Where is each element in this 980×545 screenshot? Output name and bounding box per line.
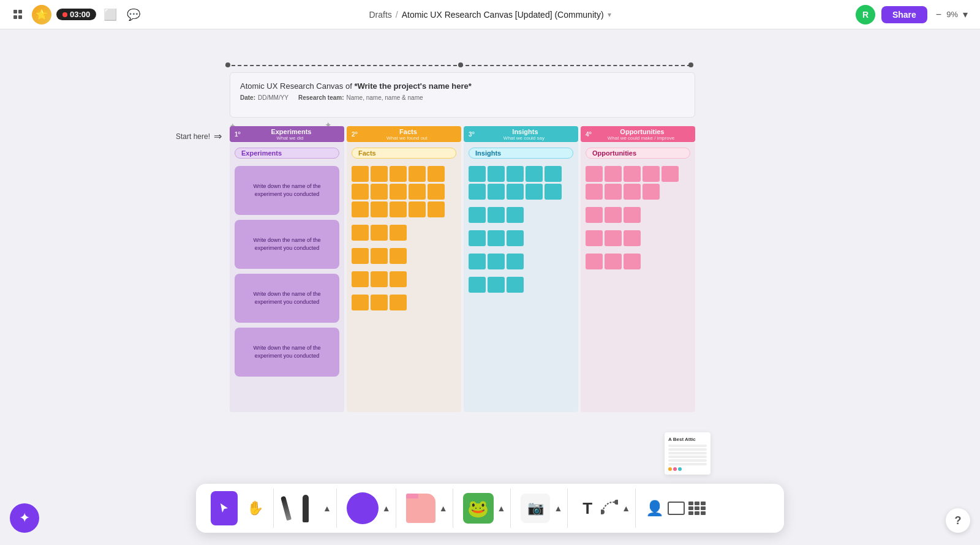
sticky-note[interactable] [624, 166, 641, 182]
sticky-note[interactable] [605, 184, 622, 200]
fab-button[interactable]: ✦ [10, 503, 39, 533]
sticky-note[interactable] [643, 166, 660, 182]
frog-sticker-tool[interactable]: 🐸 [463, 493, 494, 524]
sticky-note[interactable] [545, 166, 562, 182]
sticky-note[interactable] [371, 201, 388, 217]
sticky-note[interactable] [390, 201, 407, 217]
circle-expand[interactable]: ▲ [382, 503, 391, 513]
sticky-note[interactable] [507, 184, 524, 200]
sticky-note[interactable] [352, 248, 369, 264]
sticky-note[interactable] [352, 225, 369, 241]
purple-circle-tool[interactable] [347, 492, 379, 524]
sticky-note[interactable] [624, 254, 641, 269]
sticky-note[interactable] [352, 184, 369, 200]
sticky-note[interactable] [352, 271, 369, 287]
sticky-note[interactable] [488, 230, 505, 246]
frame-toggle-button[interactable]: ⬜ [101, 6, 119, 24]
sticky-note[interactable] [526, 166, 543, 182]
pen-tools-expand[interactable]: ▲ [323, 503, 331, 513]
text-tool-button[interactable]: T [578, 497, 597, 521]
sticky-note[interactable] [469, 254, 486, 269]
breadcrumb-drafts[interactable]: Drafts [369, 10, 391, 20]
sticky-note[interactable] [469, 277, 486, 293]
sticker-expand[interactable]: ▲ [497, 503, 506, 513]
help-button[interactable]: ? [946, 508, 970, 533]
marker-tool[interactable] [292, 491, 319, 525]
hand-tool-button[interactable]: ✋ [241, 491, 268, 525]
sticky-note[interactable] [428, 184, 445, 200]
sticky-note[interactable] [605, 207, 622, 223]
sticky-note[interactable] [586, 184, 603, 200]
sticky-note[interactable] [624, 207, 641, 223]
sticky-note[interactable] [469, 230, 486, 246]
sticky-note[interactable] [526, 184, 543, 200]
pen-icon[interactable] [281, 496, 292, 521]
sticky-note[interactable] [624, 184, 641, 200]
pink-folder-tool[interactable] [406, 494, 435, 523]
sticky-note[interactable] [507, 166, 524, 182]
rectangle-shape-button[interactable] [668, 502, 685, 515]
sticky-note[interactable] [507, 207, 524, 223]
experiment-card-4[interactable]: Write down the name of the experiment yo… [235, 328, 339, 377]
sticky-note[interactable] [371, 271, 388, 287]
select-tool-button[interactable] [211, 491, 238, 525]
sticky-note[interactable] [488, 277, 505, 293]
sticky-note[interactable] [409, 184, 426, 200]
sticky-note[interactable] [507, 277, 524, 293]
connector-expand[interactable]: ▲ [622, 503, 630, 513]
grid-menu-button[interactable] [10, 6, 27, 23]
sticky-note[interactable] [390, 184, 407, 200]
sticky-note[interactable] [390, 271, 407, 287]
table-shape-button[interactable] [688, 502, 706, 515]
sticky-note[interactable] [605, 166, 622, 182]
sticky-note[interactable] [371, 225, 388, 241]
sticky-note[interactable] [643, 184, 660, 200]
connector-tool-button[interactable] [601, 500, 618, 517]
share-button[interactable]: Share [881, 6, 927, 23]
sticky-note[interactable] [507, 254, 524, 269]
sticky-note[interactable] [390, 295, 407, 310]
sticky-note[interactable] [371, 295, 388, 310]
folder-expand[interactable]: ▲ [439, 503, 448, 513]
sticky-note[interactable] [390, 248, 407, 264]
sticky-note[interactable] [409, 166, 426, 182]
sticky-note[interactable] [488, 166, 505, 182]
camera-tool[interactable]: 📷 [521, 494, 550, 523]
sticky-note[interactable] [586, 207, 603, 223]
zoom-out-button[interactable]: − [933, 9, 944, 20]
sticky-note[interactable] [428, 201, 445, 217]
sticky-note[interactable] [428, 166, 445, 182]
experiment-card-1[interactable]: Write down the name of the experiment yo… [235, 166, 339, 215]
sticky-note[interactable] [469, 207, 486, 223]
sticky-note[interactable] [507, 230, 524, 246]
sticky-note[interactable] [488, 184, 505, 200]
zoom-in-button[interactable]: ▾ [960, 9, 970, 20]
sticky-note[interactable] [586, 230, 603, 246]
sticky-note[interactable] [352, 166, 369, 182]
sticky-note[interactable] [488, 254, 505, 269]
sticky-note[interactable] [488, 207, 505, 223]
sticky-note[interactable] [352, 295, 369, 310]
sticky-note[interactable] [545, 184, 562, 200]
experiment-card-2[interactable]: Write down the name of the experiment yo… [235, 220, 339, 269]
camera-expand[interactable]: ▲ [554, 503, 562, 513]
person-shape-button[interactable]: 👤 [646, 500, 664, 517]
chat-button[interactable]: 💬 [124, 6, 143, 24]
sticky-note[interactable] [371, 184, 388, 200]
sticky-note[interactable] [586, 254, 603, 269]
sticky-note[interactable] [624, 230, 641, 246]
experiment-card-3[interactable]: Write down the name of the experiment yo… [235, 274, 339, 323]
sticky-note[interactable] [371, 248, 388, 264]
sticky-note[interactable] [409, 201, 426, 217]
sticky-note[interactable] [469, 184, 486, 200]
sticky-note[interactable] [586, 166, 603, 182]
sticky-note[interactable] [390, 225, 407, 241]
sticky-note[interactable] [371, 166, 388, 182]
chevron-down-icon[interactable]: ▾ [608, 10, 611, 19]
sticky-note[interactable] [662, 166, 679, 182]
sticky-note[interactable] [469, 166, 486, 182]
sticky-note[interactable] [390, 166, 407, 182]
sticky-note[interactable] [605, 230, 622, 246]
sticky-note[interactable] [352, 201, 369, 217]
sticky-note[interactable] [605, 254, 622, 269]
